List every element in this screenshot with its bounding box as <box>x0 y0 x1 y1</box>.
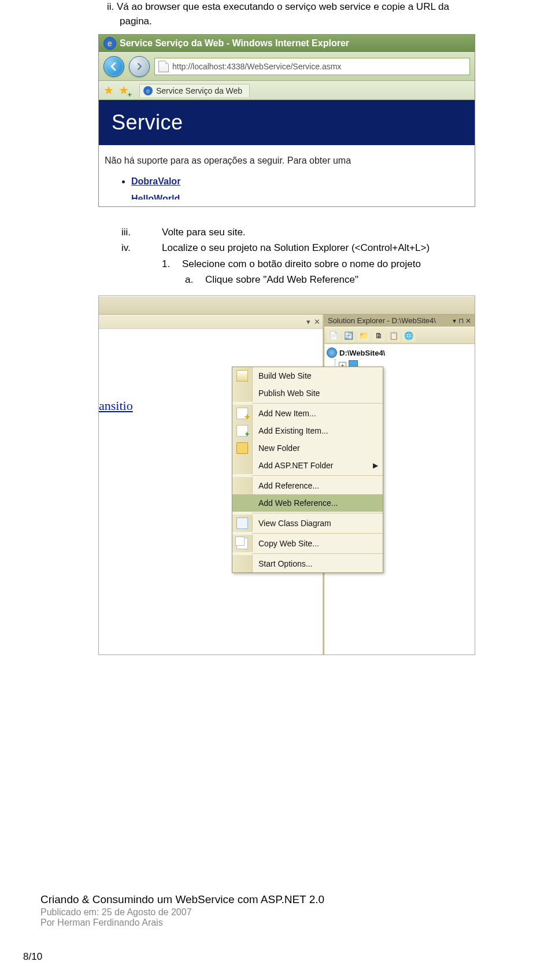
designer-link-fragment[interactable]: ansitio <box>99 398 133 413</box>
folder-icon <box>236 442 248 454</box>
add-favorite-icon[interactable]: ★+ <box>119 83 129 97</box>
project-node[interactable]: D:\WebSite4\ <box>327 346 472 359</box>
menu-item-copy-web-site[interactable]: Copy Web Site... <box>232 535 383 552</box>
menu-item-new-folder[interactable]: New Folder <box>232 439 383 457</box>
solution-explorer-title: Solution Explorer - D:\WebSite4\ ▾ ⊓ ✕ <box>324 315 475 327</box>
step-a-text: Clique sobre "Add Web Reference" <box>205 272 358 287</box>
menu-item-label: Copy Web Site... <box>253 539 383 548</box>
step-group: iii. Volte para seu site. iv. Localize o… <box>121 224 532 287</box>
menu-item-label: Publish Web Site <box>253 389 383 398</box>
project-name: D:\WebSite4\ <box>339 349 385 357</box>
address-bar[interactable]: http://localhost:4338/WebService/Service… <box>154 58 470 75</box>
step-1-text: Selecione com o botão direito sobre o no… <box>182 256 421 272</box>
menu-item-add-reference[interactable]: Add Reference... <box>232 477 383 494</box>
back-button[interactable] <box>103 56 124 77</box>
tab-close-icon[interactable]: ✕ <box>314 317 320 326</box>
copy-icon <box>236 538 248 549</box>
menu-item-add-existing-item[interactable]: Add Existing Item... <box>232 422 383 439</box>
forward-button[interactable] <box>129 56 150 77</box>
menu-item-icon-col <box>232 494 253 512</box>
tb-properties-icon[interactable]: 📄 <box>327 329 341 342</box>
menu-item-label: New Folder <box>253 443 383 453</box>
ie-title-text: Service Serviço da Web - Windows Interne… <box>120 38 349 49</box>
step-a-label: a. <box>185 272 205 287</box>
tb-code-icon[interactable]: 🗎 <box>372 329 386 342</box>
ie-viewport: Service Não há suporte para as operações… <box>99 100 475 199</box>
tb-copy-icon[interactable]: 📋 <box>387 329 401 342</box>
menu-item-icon-col <box>232 439 253 457</box>
menu-item-icon-col <box>232 535 253 552</box>
service-description: Não há suporte para as operações a segui… <box>99 145 475 169</box>
tab-label: Service Serviço da Web <box>156 86 242 95</box>
service-heading: Service <box>99 100 475 145</box>
ie-favorites-bar: ★ ★+ e Service Serviço da Web <box>99 81 475 100</box>
pane-pin-close-icons[interactable]: ▾ ⊓ ✕ <box>453 317 471 325</box>
menu-item-icon-col <box>232 477 253 494</box>
step-iv-label: iv. <box>121 240 162 256</box>
menu-item-icon-col <box>232 405 253 422</box>
view-icon <box>236 517 248 529</box>
build-icon <box>236 370 248 382</box>
menu-item-icon-col <box>232 422 253 439</box>
menu-item-build-web-site[interactable]: Build Web Site <box>232 367 383 384</box>
menu-item-label: Build Web Site <box>253 371 383 380</box>
footer-title: Criando & Consumindo um WebService com A… <box>40 893 324 906</box>
menu-separator <box>252 553 383 554</box>
menu-item-label: Add Reference... <box>253 481 383 490</box>
step-ii: ii. Vá ao browser que esta executando o … <box>107 0 532 28</box>
operation-link-dobravalor[interactable]: DobraValor <box>131 176 180 186</box>
menu-separator <box>252 403 383 404</box>
url-text: http://localhost:4338/WebService/Service… <box>172 62 341 71</box>
existing-icon <box>236 425 248 437</box>
service-operations-list: DobraValor HelloWorld <box>99 176 475 199</box>
pane-title-text: Solution Explorer - D:\WebSite4\ <box>328 316 436 325</box>
page-number: 8/10 <box>23 951 324 963</box>
footer-author: Por Herman Ferdinando Arais <box>40 918 324 928</box>
step-iv-text: Localize o seu projeto na Solution Explo… <box>162 240 532 256</box>
menu-separator <box>252 475 383 476</box>
footer-published: Publicado em: 25 de Agosto de 2007 <box>40 907 324 918</box>
tab-favicon: e <box>143 86 153 95</box>
tb-refresh-icon[interactable]: 🔄 <box>342 329 356 342</box>
menu-item-label: View Class Diagram <box>253 519 383 528</box>
step-ii-text-a: Vá ao browser que esta executando o serv… <box>117 1 449 12</box>
vs-tab-controls: ▾ ✕ <box>99 315 324 329</box>
ie-logo-icon: e <box>103 37 116 50</box>
menu-item-add-asp-net-folder[interactable]: Add ASP.NET Folder▶ <box>232 457 383 474</box>
menu-item-label: Add New Item... <box>253 409 383 418</box>
menu-separator <box>252 533 383 534</box>
step-iii-text: Volte para seu site. <box>162 224 532 240</box>
ie-titlebar: e Service Serviço da Web - Windows Inter… <box>99 35 475 52</box>
project-icon <box>327 347 337 358</box>
menu-item-view-class-diagram[interactable]: View Class Diagram <box>232 515 383 532</box>
menu-item-icon-col <box>232 367 253 384</box>
menu-item-label: Start Options... <box>253 559 383 568</box>
ie-navbar: http://localhost:4338/WebService/Service… <box>99 52 475 81</box>
tb-config-icon[interactable]: 🌐 <box>402 329 416 342</box>
solution-explorer-toolbar: 📄 🔄 📁 🗎 📋 🌐 <box>324 327 475 344</box>
menu-item-label: Add ASP.NET Folder <box>253 461 373 470</box>
browser-tab[interactable]: e Service Serviço da Web <box>139 84 250 97</box>
favorites-icon[interactable]: ★ <box>103 83 114 97</box>
page-icon <box>158 61 169 72</box>
context-menu: Build Web SitePublish Web SiteAdd New It… <box>232 367 383 573</box>
tab-dropdown-icon[interactable]: ▾ <box>306 317 310 326</box>
menu-item-icon-col <box>232 457 253 474</box>
menu-item-add-new-item[interactable]: Add New Item... <box>232 405 383 422</box>
newitem-icon <box>236 408 248 419</box>
ie-window: e Service Serviço da Web - Windows Inter… <box>98 34 475 207</box>
step-ii-text-b: pagina. <box>120 16 152 27</box>
visual-studio-window: ▾ ✕ ansitio Solution Explorer - D:\WebSi… <box>98 295 475 655</box>
menu-item-icon-col <box>232 555 253 572</box>
menu-item-add-web-reference[interactable]: Add Web Reference... <box>232 494 383 512</box>
step-iii-label: iii. <box>121 224 162 240</box>
menu-item-icon-col <box>232 384 253 402</box>
page-footer: Criando & Consumindo um WebService com A… <box>40 893 324 963</box>
menu-item-publish-web-site[interactable]: Publish Web Site <box>232 384 383 402</box>
submenu-arrow-icon: ▶ <box>373 461 383 469</box>
tb-nest-icon[interactable]: 📁 <box>357 329 371 342</box>
menu-item-start-options[interactable]: Start Options... <box>232 555 383 572</box>
menu-item-icon-col <box>232 515 253 532</box>
pane-buttons[interactable]: ▾ ⊓ ✕ <box>453 317 471 325</box>
operation-link-helloworld[interactable]: HelloWorld <box>131 194 180 199</box>
